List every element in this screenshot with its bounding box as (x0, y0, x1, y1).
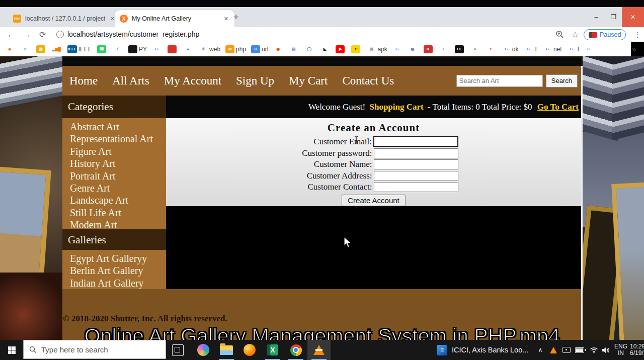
taskbar-app-file-explorer[interactable] (215, 340, 238, 360)
bookmark-item[interactable]: TL (424, 45, 434, 53)
nav-link[interactable]: My Account (164, 74, 221, 87)
form-input[interactable] (374, 159, 458, 169)
create-account-button[interactable]: Create Account (342, 195, 406, 206)
bookmark-item[interactable]: ✳ web (199, 45, 220, 53)
taskbar-app-excel[interactable]: X (261, 340, 284, 360)
bookmark-item[interactable]: ▲ (183, 45, 194, 53)
start-button[interactable] (0, 340, 23, 360)
bookmark-item[interactable]: CL (455, 45, 465, 53)
idm-paused-badge[interactable]: Paused (584, 29, 626, 40)
nav-link[interactable]: My Cart (289, 74, 328, 87)
category-link[interactable]: History Art (70, 157, 166, 169)
category-link[interactable]: Portrait Art (70, 170, 166, 182)
bookmark-favicon: P (351, 45, 360, 53)
volume-icon[interactable] (600, 340, 612, 360)
bookmark-item[interactable]: ◯ (304, 45, 315, 53)
bookmark-star-icon[interactable]: ☆ (572, 27, 579, 42)
bookmark-item[interactable]: P (351, 45, 362, 53)
bookmark-item[interactable]: ▣ (36, 45, 47, 53)
nav-link[interactable]: All Arts (112, 74, 149, 87)
art-search-input[interactable] (456, 75, 543, 87)
form-row: Customer Contact: (166, 182, 581, 192)
bookmark-item[interactable]: G (152, 45, 163, 53)
category-link[interactable]: Figure Art (70, 145, 166, 157)
form-input[interactable] (374, 182, 458, 192)
category-link[interactable]: Landscape Art (70, 194, 166, 206)
bookmark-favicon: Y (486, 45, 495, 53)
taskbar-app-vlc[interactable] (307, 340, 331, 360)
bookmark-item[interactable]: G net (543, 45, 562, 53)
bookmark-item[interactable]: M php (225, 45, 246, 53)
reload-icon[interactable]: ⟳ (39, 27, 46, 42)
tab-close-icon[interactable]: ✕ (223, 16, 229, 22)
restore-button[interactable]: ❐ (605, 7, 622, 27)
news-widget[interactable]: ≡ ICICI, Axis Banks Loo... (437, 340, 542, 360)
tray-meet-now-icon[interactable] (560, 340, 573, 360)
bookmark-item[interactable]: ☎ (97, 45, 108, 53)
bookmark-item[interactable]: ◉ (273, 45, 284, 53)
close-button[interactable]: ✕ (622, 7, 644, 27)
cart-totals-text: - Total Items: 0 Total Price: $0 (428, 102, 532, 112)
go-to-cart-link[interactable]: Go To Cart (537, 102, 579, 112)
bookmark-item[interactable]: ▂▅█ (52, 45, 62, 53)
bookmark-item[interactable]: U url (251, 45, 268, 53)
bookmark-item[interactable]: V (21, 45, 31, 53)
nav-link[interactable]: Sign Up (236, 74, 274, 87)
category-link[interactable]: Genre Art (70, 182, 166, 194)
mouse-cursor (344, 236, 353, 251)
paused-label: Paused (600, 31, 621, 38)
bookmark-item[interactable]: ▤ (289, 45, 299, 53)
category-link[interactable]: Representational Art (70, 133, 166, 145)
taskbar-app-chrome[interactable] (284, 340, 307, 360)
bookmark-item[interactable]: ◣ (320, 45, 331, 53)
zoom-icon[interactable] (555, 30, 564, 41)
form-input[interactable] (374, 171, 458, 181)
category-link[interactable]: Abstract Art (70, 121, 166, 133)
form-input[interactable] (373, 136, 458, 147)
browser-tab-art-gallery[interactable]: X My Online Art Gallery ✕ (115, 10, 234, 27)
bookmark-item[interactable]: G (392, 45, 403, 53)
forward-icon[interactable]: → (23, 27, 31, 42)
new-tab-button[interactable]: + (229, 11, 243, 24)
form-input[interactable] (374, 148, 458, 158)
taskbar-search[interactable]: Type here to search (23, 340, 166, 359)
bookmark-item[interactable]: PY (128, 45, 147, 53)
taskbar-app-copilot[interactable] (192, 340, 215, 360)
bookmark-item[interactable]: ▶ (336, 45, 346, 53)
bookmark-item[interactable]: ◍ (408, 45, 419, 53)
bookmark-item[interactable]: ● (470, 45, 481, 53)
task-view-icon[interactable] (172, 344, 184, 356)
page-info-icon[interactable]: i (56, 31, 64, 38)
bookmark-item[interactable]: G I (567, 45, 579, 53)
bookmark-item[interactable] (168, 45, 178, 53)
taskbar-app-firefox[interactable] (238, 340, 261, 360)
bookmark-item[interactable]: ◆ (5, 45, 16, 53)
url-text[interactable]: localhost/artsystem/customer_register.ph… (67, 27, 199, 42)
nav-link[interactable]: Home (69, 74, 98, 87)
bookmark-item[interactable]: ∕∕ (113, 45, 123, 53)
browser-tab-phpmyadmin[interactable]: PMA localhost / 127.0.0.1 / project / a … (8, 10, 121, 27)
battery-icon[interactable] (574, 340, 587, 360)
tray-overflow-chevron-icon[interactable]: ∧ (534, 340, 546, 360)
minimize-button[interactable]: – (588, 7, 605, 27)
gallery-link[interactable]: Egypt Art Galleryy (70, 252, 166, 264)
category-link[interactable]: Still Life Art (70, 207, 166, 219)
bookmark-item[interactable]: Y (486, 45, 497, 53)
bookmark-item[interactable]: IEEE IEEE (67, 45, 92, 53)
chrome-menu-icon[interactable]: ⋮ (634, 27, 641, 42)
bookmark-item[interactable]: ◐ (439, 45, 450, 53)
gallery-link[interactable]: Indian Art Gallery (70, 277, 166, 289)
bookmark-item[interactable]: G (584, 45, 595, 53)
back-icon[interactable]: ← (7, 27, 15, 42)
wifi-icon[interactable] (588, 340, 600, 360)
bookmark-item[interactable]: G T (524, 45, 538, 53)
tray-vlc-icon[interactable] (547, 340, 559, 360)
art-search-button[interactable]: Search (546, 74, 578, 87)
bookmark-item[interactable]: G ok (502, 45, 519, 53)
gallery-link[interactable]: Berlin Art Gallery (70, 264, 166, 277)
bookmarks-overflow-icon[interactable]: » (632, 42, 636, 56)
bookmark-item[interactable]: ▣ apk (367, 45, 387, 53)
language-indicator[interactable]: ENG IN (612, 340, 630, 360)
taskbar-clock[interactable]: 10:29 6/19/2 (630, 340, 644, 360)
nav-link[interactable]: Contact Us (342, 74, 394, 87)
